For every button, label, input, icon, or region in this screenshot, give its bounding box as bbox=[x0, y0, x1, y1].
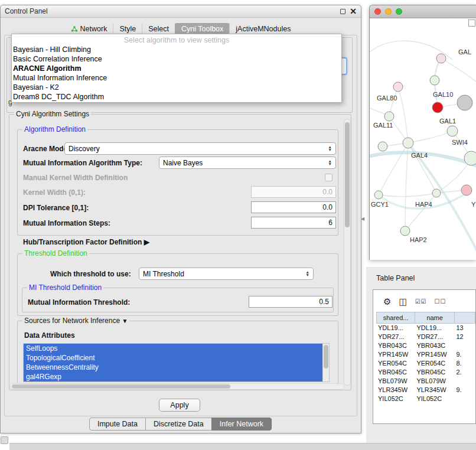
table-cell: YER054C bbox=[415, 359, 454, 368]
dpi-tolerance-field[interactable]: 0.0 bbox=[251, 201, 336, 213]
network-node[interactable] bbox=[430, 76, 439, 85]
mi-type-combo[interactable]: Naive Bayes ▲▼ bbox=[159, 156, 336, 169]
kernel-width-field[interactable]: 0.0 bbox=[251, 186, 336, 198]
minimized-panel-icon[interactable] bbox=[1, 436, 8, 444]
tab-cyni-toolbox[interactable]: Cyni Toolbox bbox=[175, 23, 229, 35]
threshold-definition-title: Threshold Definition bbox=[22, 249, 89, 257]
expand-arrow-icon[interactable]: ▶ bbox=[144, 238, 149, 246]
settings-vertical-scrollbar[interactable] bbox=[344, 119, 351, 386]
table-cell: YBL079W bbox=[376, 377, 415, 386]
scrollbar-thumb[interactable] bbox=[345, 122, 350, 227]
network-node-y[interactable] bbox=[461, 185, 472, 195]
attribute-selfloops[interactable]: SelfLoops bbox=[24, 344, 322, 353]
gear-icon[interactable]: ⚙ bbox=[383, 297, 391, 306]
control-panel-titlebar[interactable]: Control Panel ✕ bbox=[1, 5, 361, 18]
sources-group-title[interactable]: Sources for Network Inference ▼ bbox=[22, 317, 129, 325]
table-panel-title: Table Panel bbox=[376, 274, 415, 282]
mi-steps-label: Mutual Information Steps: bbox=[23, 219, 110, 227]
attribute-betweennesscentrality[interactable]: BetweennessCentrality bbox=[24, 363, 322, 372]
manual-kernel-label: Manual Kernel Width Definition bbox=[23, 174, 128, 182]
data-attributes-list: SelfLoopsTopologicalCoefficientBetweenne… bbox=[23, 343, 330, 382]
close-traffic-light[interactable] bbox=[374, 8, 381, 15]
mi-type-value: Naive Bayes bbox=[163, 159, 203, 167]
algorithm-option-mutual-information-inference[interactable]: Mutual Information Inference bbox=[12, 73, 341, 83]
table-cell: YIL052C bbox=[376, 394, 415, 403]
network-node-gal80[interactable] bbox=[393, 82, 403, 92]
table-cell: YDR27... bbox=[415, 332, 454, 341]
column-header-2[interactable] bbox=[454, 312, 475, 324]
network-node[interactable] bbox=[378, 142, 387, 151]
columns-icon[interactable]: ◫ bbox=[399, 297, 407, 306]
table-cell: YLR345W bbox=[376, 386, 415, 394]
network-node-hap2[interactable] bbox=[400, 226, 410, 236]
collapse-arrow-icon[interactable]: ▼ bbox=[122, 318, 128, 324]
table-row[interactable]: YPR145WYPR145W9. bbox=[376, 350, 475, 359]
network-node-gcy1[interactable] bbox=[374, 191, 383, 199]
table-row[interactable]: YIL052CYIL052C bbox=[376, 394, 475, 403]
column-header-shared-[interactable]: shared... bbox=[376, 312, 415, 324]
data-attributes-rows: SelfLoopsTopologicalCoefficientBetweenne… bbox=[24, 344, 322, 381]
network-node-gal11[interactable] bbox=[384, 112, 394, 121]
bottom-dock-strip bbox=[9, 443, 476, 450]
table-row[interactable]: YER054CYER054C8. bbox=[376, 359, 475, 368]
splitter-collapse-icon[interactable]: ◀ bbox=[361, 216, 364, 221]
mi-type-label: Mutual Information Algorithm Type: bbox=[23, 159, 142, 167]
mi-threshold-field[interactable]: 0.5 bbox=[249, 296, 332, 308]
algorithm-option-dream8-dc-tdc-algorithm[interactable]: Dream8 DC_TDC Algorithm bbox=[12, 92, 341, 102]
clear-selection-icon[interactable]: ☐☐ bbox=[435, 299, 446, 305]
network-node-gal4[interactable] bbox=[403, 138, 413, 148]
algorithm-option-bayesian-k2[interactable]: Bayesian - K2 bbox=[12, 83, 341, 92]
network-view-window: GALGAL80GAL10GAL11GAL1SWI4GAL4GCY1HAP4YH… bbox=[369, 5, 476, 260]
attributes-scrollbar[interactable] bbox=[322, 344, 329, 381]
tab-discretize-data[interactable]: Discretize Data bbox=[145, 418, 212, 431]
network-node-label: GAL4 bbox=[411, 152, 428, 159]
tab-jactivemnodules[interactable]: jActiveMNodules bbox=[229, 23, 296, 35]
aracne-mode-combo[interactable]: Discovery ▲▼ bbox=[64, 142, 336, 155]
table-header: shared...name bbox=[376, 312, 475, 324]
network-node[interactable] bbox=[457, 95, 472, 110]
network-node-gal1[interactable] bbox=[447, 126, 458, 136]
column-header-name[interactable]: name bbox=[415, 312, 455, 324]
network-node-swi4[interactable] bbox=[464, 151, 476, 165]
network-node-hap4[interactable] bbox=[432, 189, 441, 197]
tab-network[interactable]: Network bbox=[65, 23, 113, 35]
birdseye-toggle[interactable] bbox=[468, 19, 475, 27]
mi-steps-field[interactable]: 6 bbox=[251, 217, 336, 229]
select-all-icon[interactable]: ☑☑ bbox=[415, 299, 427, 305]
settings-horizontal-scrollbar[interactable] bbox=[10, 383, 344, 390]
float-window-button[interactable] bbox=[340, 9, 345, 14]
hub-section-label[interactable]: Hub/Transcription Factor Definition ▶ bbox=[23, 238, 149, 246]
attribute-gal4rgexp[interactable]: gal4RGexp bbox=[24, 372, 322, 381]
scrollbar-thumb[interactable] bbox=[12, 384, 230, 389]
algorithm-option-bayesian-hill-climbing[interactable]: Bayesian - Hill Climbing bbox=[12, 45, 341, 54]
which-threshold-combo[interactable]: MI Threshold ▲▼ bbox=[139, 268, 314, 280]
table-cell: YBR043C bbox=[376, 341, 415, 350]
network-node-gal[interactable] bbox=[436, 54, 446, 63]
tab-impute-data[interactable]: Impute Data bbox=[89, 418, 146, 431]
tab-select[interactable]: Select bbox=[142, 23, 175, 35]
table-row[interactable]: YLR345WYLR345W9. bbox=[376, 386, 475, 394]
network-window-titlebar[interactable] bbox=[370, 5, 476, 18]
network-node-gal10[interactable] bbox=[432, 102, 443, 113]
algorithm-option-basic-correlation-inference[interactable]: Basic Correlation Inference bbox=[12, 54, 341, 64]
table-row[interactable]: YBR043CYBR043C bbox=[376, 341, 475, 350]
apply-button[interactable]: Apply bbox=[159, 399, 200, 412]
table-panel-region: Table Panel ⚙◫☑☑☐☐ shared...name YDL19..… bbox=[366, 267, 476, 450]
table-row[interactable]: YDR27...YDR27...12 bbox=[376, 332, 475, 341]
table-cell: 13 bbox=[455, 324, 476, 332]
table-cell: YBR045C bbox=[415, 368, 454, 377]
table-row[interactable]: YBL079WYBL079W bbox=[376, 377, 475, 386]
tab-label: jActiveMNodules bbox=[236, 25, 291, 33]
tab-style[interactable]: Style bbox=[113, 23, 142, 35]
table-cell: YPR145W bbox=[376, 350, 415, 359]
network-canvas[interactable]: GALGAL80GAL10GAL11GAL1SWI4GAL4GCY1HAP4YH… bbox=[370, 18, 476, 260]
attribute-topologicalcoefficient[interactable]: TopologicalCoefficient bbox=[24, 353, 322, 363]
table-row[interactable]: YDL19...YDL19...13 bbox=[376, 324, 475, 332]
tab-infer-network[interactable]: Infer Network bbox=[211, 418, 272, 431]
manual-kernel-checkbox[interactable] bbox=[325, 174, 332, 181]
zoom-traffic-light[interactable] bbox=[396, 8, 402, 15]
table-row[interactable]: YBR045CYBR045C2. bbox=[376, 368, 475, 377]
minimize-traffic-light[interactable] bbox=[385, 8, 392, 15]
algorithm-option-aracne-algorithm[interactable]: ARACNE Algorithm bbox=[12, 64, 341, 73]
close-window-button[interactable]: ✕ bbox=[350, 7, 357, 15]
